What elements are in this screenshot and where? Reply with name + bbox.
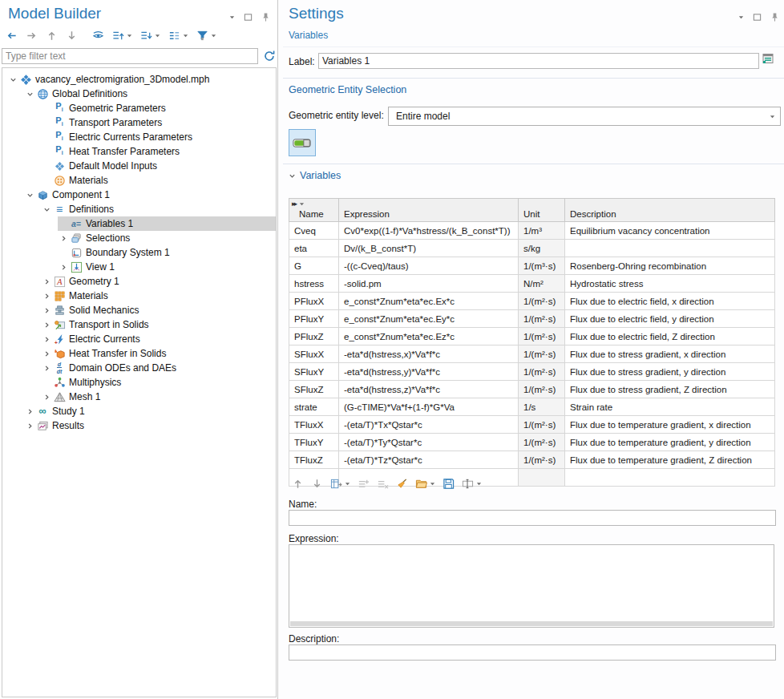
cell-description[interactable]: Flux due to temperature gradient, y dire… — [565, 434, 775, 451]
tree-item-results[interactable]: Results — [2, 418, 276, 433]
cell-expression[interactable]: e_const*Znum*eta*ec.Ex*c — [339, 293, 519, 310]
tree-item-transport-parameters[interactable]: PiTransport Parameters — [2, 115, 276, 130]
tree-item-geometric-parameters[interactable]: PiGeometric Parameters — [2, 101, 276, 115]
cell-description[interactable]: Flux due to stress gradient, x direction — [565, 345, 775, 363]
cell-name[interactable]: strate — [289, 398, 339, 416]
expression-textarea[interactable] — [289, 545, 777, 624]
column-header-expression[interactable]: Expression — [339, 199, 519, 222]
rename-button[interactable] — [461, 477, 483, 491]
cell-expression[interactable]: -eta*d(hstress,z)*Va*f*c — [339, 381, 519, 398]
column-header-description[interactable]: Description — [565, 199, 775, 222]
cell-name[interactable]: eta — [289, 240, 339, 257]
cell-expression[interactable]: -eta*d(hstress,x)*Va*f*c — [339, 345, 519, 363]
cell-description[interactable]: Rosenberg-Ohring recombination — [565, 257, 775, 275]
cell-unit[interactable]: 1/(m³·s) — [519, 257, 565, 275]
cell-expression[interactable]: -eta*d(hstress,y)*Va*f*c — [339, 363, 519, 381]
chevron-right-icon[interactable] — [41, 350, 52, 358]
cell-name[interactable]: PFluxY — [289, 310, 339, 328]
cell-description[interactable]: Flux due to electric field, y direction — [565, 310, 775, 328]
arrow-down-gray-button[interactable] — [310, 477, 324, 491]
tree-item-solid-mechanics[interactable]: Solid Mechanics — [2, 303, 276, 317]
expand-all-button[interactable] — [111, 29, 133, 42]
cell-unit[interactable]: 1/(m²·s) — [519, 345, 565, 363]
chevron-right-icon[interactable] — [41, 394, 52, 401]
cell-name[interactable]: PFluxX — [289, 293, 339, 310]
cell-expression[interactable]: Dv/(k_B_const*T) — [339, 240, 519, 257]
tree-item-component-1[interactable]: Component 1 — [2, 188, 276, 202]
pin-button[interactable] — [261, 11, 271, 23]
arrow-up-button[interactable] — [45, 29, 59, 42]
cell-unit[interactable]: 1/(m²·s) — [519, 381, 565, 398]
cell-unit[interactable]: 1/(m²·s) — [519, 310, 565, 328]
tree-item-geometry-1[interactable]: AGeometry 1 — [2, 274, 276, 289]
cell-name[interactable]: TFluxY — [289, 434, 339, 451]
tree-item-view-1[interactable]: View 1 — [2, 260, 276, 274]
caret-down-button[interactable] — [228, 14, 236, 21]
chevron-down-icon[interactable] — [24, 192, 35, 199]
show-list-button[interactable] — [168, 29, 189, 42]
cell-name[interactable]: G — [289, 257, 339, 275]
active-selection-toggle-button[interactable] — [289, 129, 316, 156]
column-header-name[interactable]: ▸▸Name — [289, 199, 339, 222]
tree-item-selections[interactable]: Selections — [2, 231, 276, 245]
horizontal-scrollbar[interactable] — [290, 621, 773, 626]
cell-unit[interactable]: 1/(m²·s) — [519, 363, 565, 381]
cell-expression[interactable]: -(eta/T)*Tz*Qstar*c — [339, 451, 519, 469]
tree-item-materials[interactable]: Materials — [2, 173, 276, 188]
arrow-left-button[interactable] — [5, 29, 18, 42]
eye-button[interactable] — [91, 29, 105, 42]
tree-item-heat-transfer-parameters[interactable]: PiHeat Transfer Parameters — [2, 144, 276, 159]
cell-description[interactable]: Strain rate — [565, 398, 775, 416]
edit-label-button[interactable] — [761, 51, 775, 66]
cell-name[interactable]: PFluxZ — [289, 328, 339, 345]
tree-item-vacancy-electromigration-3dmodel-mph[interactable]: vacancy_electromigration_3Dmodel.mph — [2, 72, 276, 87]
tree-item-boundary-system-1[interactable]: Boundary System 1 — [2, 245, 276, 260]
float-button[interactable] — [243, 12, 253, 22]
save-button[interactable] — [442, 477, 455, 491]
cell-description[interactable]: Flux due to electric field, Z direction — [565, 328, 775, 345]
tree-item-heat-transfer-in-solids[interactable]: Heat Transfer in Solids — [2, 346, 276, 361]
arrow-up-gray-button[interactable] — [291, 477, 305, 491]
pin-button[interactable] — [770, 11, 780, 23]
chevron-right-icon[interactable] — [58, 235, 69, 242]
broom-button[interactable] — [395, 477, 409, 491]
tree-item-definitions[interactable]: ≡Definitions — [2, 202, 276, 216]
label-input[interactable] — [318, 53, 759, 69]
geometric-entity-level-select[interactable]: Entire model — [388, 107, 781, 126]
cell-name[interactable]: SFluxY — [289, 363, 339, 381]
refresh-button[interactable] — [263, 50, 276, 63]
cell-description[interactable]: Flux due to temperature gradient, x dire… — [565, 416, 775, 434]
variables-section-heading[interactable]: Variables — [289, 170, 341, 181]
caret-down-button[interactable] — [738, 14, 745, 21]
chevron-down-icon[interactable] — [7, 76, 18, 83]
cell-description[interactable]: Equilibrium vacancy concentration — [565, 222, 775, 240]
chevron-right-icon[interactable] — [41, 365, 52, 372]
chevron-right-icon[interactable] — [24, 408, 35, 415]
sort-columns-icon[interactable]: ▸▸ — [292, 200, 305, 208]
cell-name[interactable]: hstress — [289, 275, 339, 293]
cell-unit[interactable]: 1/s — [519, 398, 565, 416]
chevron-right-icon[interactable] — [41, 278, 52, 285]
cell-name[interactable]: Cveq — [289, 222, 339, 240]
cell-name[interactable]: TFluxZ — [289, 451, 339, 469]
cell-unit[interactable]: 1/(m²·s) — [519, 416, 565, 434]
cell-unit[interactable]: 1/(m²·s) — [519, 328, 565, 345]
collapse-all-button[interactable] — [139, 29, 161, 42]
tree-item-electric-currents[interactable]: +Electric Currents — [2, 332, 276, 346]
cell-expression[interactable]: e_const*Znum*eta*ec.Ey*c — [339, 310, 519, 328]
cell-description[interactable] — [565, 240, 775, 257]
column-header-unit[interactable]: Unit — [519, 199, 565, 222]
tree-item-materials[interactable]: Materials — [2, 289, 276, 303]
tree-item-default-model-inputs[interactable]: Default Model Inputs — [2, 159, 276, 173]
tree-item-transport-in-solids[interactable]: Transport in Solids — [2, 317, 276, 332]
name-input[interactable] — [289, 510, 776, 526]
cell-description[interactable] — [565, 469, 775, 487]
float-button[interactable] — [752, 12, 762, 22]
chevron-right-icon[interactable] — [58, 264, 69, 271]
cell-expression[interactable]: -(eta/T)*Ty*Qstar*c — [339, 434, 519, 451]
delete-row-button[interactable] — [376, 477, 390, 491]
description-input[interactable] — [289, 644, 776, 661]
cell-unit[interactable]: 1/(m²·s) — [519, 293, 565, 310]
cell-description[interactable]: Flux due to stress gradient, y direction — [565, 363, 775, 381]
tree-item-study-1[interactable]: ∞Study 1 — [2, 404, 276, 418]
